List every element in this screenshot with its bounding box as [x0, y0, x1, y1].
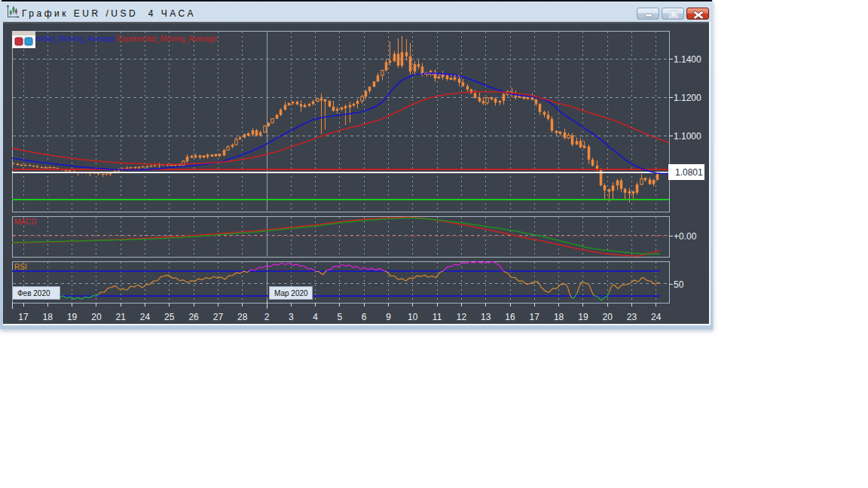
svg-text:13: 13: [481, 312, 491, 322]
svg-text:19: 19: [578, 312, 588, 322]
svg-text:10: 10: [408, 312, 418, 322]
svg-text:6: 6: [362, 312, 367, 322]
svg-text:1.0801: 1.0801: [675, 167, 703, 178]
svg-text:18: 18: [554, 312, 564, 322]
svg-text:1.1200: 1.1200: [674, 93, 701, 103]
svg-text:27: 27: [213, 312, 224, 322]
svg-text:11: 11: [432, 312, 442, 322]
svg-text:17: 17: [18, 312, 29, 322]
svg-text:25: 25: [164, 312, 175, 322]
svg-text:24: 24: [651, 312, 662, 322]
svg-text:21: 21: [116, 312, 127, 322]
svg-text:24: 24: [140, 312, 151, 322]
svg-text:18: 18: [43, 312, 53, 322]
svg-text:1.1000: 1.1000: [674, 131, 701, 142]
svg-text:MACD: MACD: [14, 218, 36, 226]
svg-text:RSI: RSI: [14, 263, 27, 271]
svg-text:26: 26: [188, 312, 199, 322]
svg-text:Фев 2020: Фев 2020: [17, 289, 50, 297]
svg-text:Exponential_Moving_Average: Exponential_Moving_Average: [117, 35, 217, 43]
svg-text:1.1400: 1.1400: [674, 54, 701, 65]
svg-text:9: 9: [386, 312, 391, 322]
svg-text:23: 23: [627, 312, 637, 322]
svg-text:50: 50: [674, 279, 684, 290]
svg-text:3: 3: [289, 312, 294, 322]
svg-text:5: 5: [338, 312, 343, 322]
svg-text:20: 20: [603, 312, 613, 322]
svg-text:12: 12: [457, 312, 467, 322]
svg-text:2: 2: [264, 312, 270, 322]
svg-text:4: 4: [313, 312, 318, 322]
svg-text:16: 16: [505, 312, 515, 322]
svg-text:19: 19: [67, 312, 78, 322]
svg-text:20: 20: [91, 312, 102, 322]
svg-text:17: 17: [530, 312, 540, 322]
svg-text:Мар 2020: Мар 2020: [274, 289, 308, 297]
svg-text:+0.00: +0.00: [674, 231, 697, 242]
svg-text:28: 28: [237, 312, 248, 322]
